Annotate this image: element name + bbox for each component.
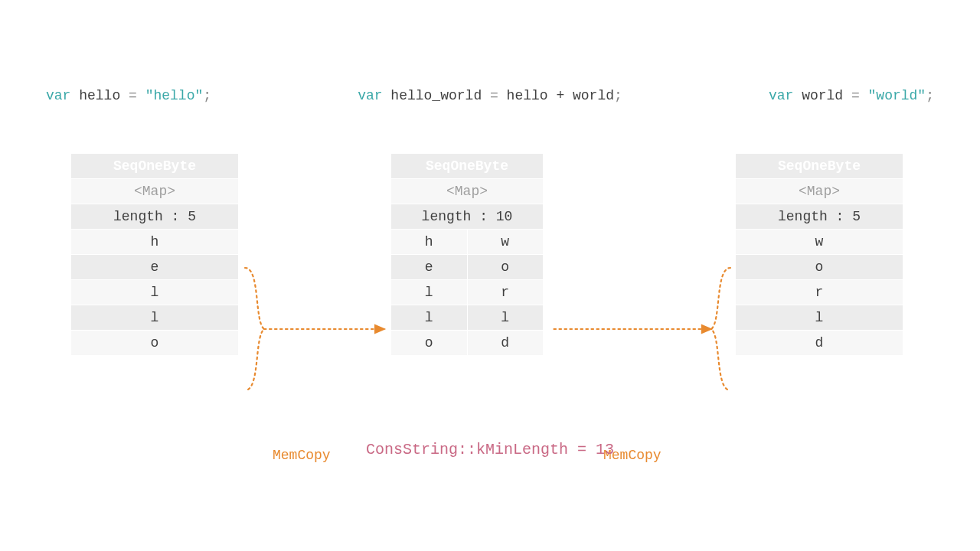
op-semi: ; [926,88,934,103]
table-cell: e [71,255,239,280]
op-eq: = [120,88,145,103]
tables-area: SeqOneByte <Map> length : 5 h e l l o Se… [0,153,980,413]
table-map: <Map> [736,179,903,204]
table-hello-world: SeqOneByte <Map> length : 10 hw eo lr ll… [390,153,544,356]
keyword-var: var [358,88,382,103]
table-length: length : 5 [736,204,903,230]
op-semi: ; [614,88,622,103]
brace-arrow-left-icon [239,260,392,413]
op-eq: = [482,88,506,103]
table-map: <Map> [71,179,239,204]
expression: hello + world [507,88,614,103]
table-hello: SeqOneByte <Map> length : 5 h e l l o [70,153,239,356]
table-cell: l [391,280,468,305]
op-semi: ; [203,88,211,103]
table-cell: o [736,255,903,280]
op-eq: = [843,88,867,103]
table-header: SeqOneByte [736,154,903,179]
table-cell: l [467,305,544,331]
code-right: var world = "world"; [769,88,934,103]
table-header: SeqOneByte [391,154,544,179]
string-literal: "hello" [145,88,204,103]
table-map: <Map> [391,179,544,204]
table-cell: l [71,280,239,305]
table-cell: l [71,305,239,331]
table-cell: l [391,305,468,331]
brace-arrow-right-icon [547,260,738,413]
code-left: var hello = "hello"; [46,88,211,103]
table-length: length : 10 [391,204,544,230]
footer-note: ConsString::kMinLength = 13 [0,441,980,458]
table-cell: l [736,305,903,331]
table-cell: d [736,331,903,356]
table-cell: o [391,331,468,356]
keyword-var: var [46,88,70,103]
table-header: SeqOneByte [71,154,239,179]
table-cell: r [736,280,903,305]
table-cell: r [467,280,544,305]
identifier: world [802,88,843,103]
string-literal: "world" [868,88,926,103]
table-length: length : 5 [71,204,239,230]
table-cell: w [467,230,544,255]
table-cell: e [391,255,468,280]
table-cell: o [467,255,544,280]
table-cell: d [467,331,544,356]
keyword-var: var [769,88,793,103]
table-world: SeqOneByte <Map> length : 5 w o r l d [735,153,903,356]
table-cell: o [71,331,239,356]
identifier: hello [79,88,120,103]
table-cell: w [736,230,903,255]
table-cell: h [391,230,468,255]
code-mid: var hello_world = hello + world; [358,88,622,103]
table-cell: h [71,230,239,255]
identifier: hello_world [390,88,482,103]
code-row: var hello = "hello"; var hello_world = h… [46,88,934,103]
